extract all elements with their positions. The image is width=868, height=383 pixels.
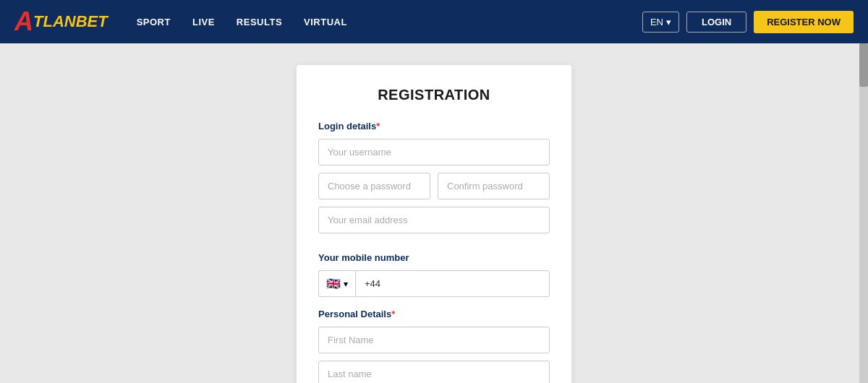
personal-details-label: Personal Details* <box>318 309 550 319</box>
scrollbar-thumb[interactable] <box>859 43 868 87</box>
scrollbar[interactable] <box>859 43 868 383</box>
registration-card: REGISTRATION Login details* Your mobile … <box>297 65 571 383</box>
mobile-input[interactable] <box>355 270 550 297</box>
language-label: EN <box>650 17 663 27</box>
registration-title: REGISTRATION <box>318 87 550 103</box>
language-selector[interactable]: EN ▾ <box>642 12 679 33</box>
first-name-input[interactable] <box>318 327 550 353</box>
logo-a: A <box>14 9 33 35</box>
logo[interactable]: A TLANBET <box>14 9 108 35</box>
personal-details-section: Personal Details* <box>318 309 550 383</box>
email-input[interactable] <box>318 207 550 233</box>
mobile-section: Your mobile number 🇬🇧 ▾ <box>318 252 550 297</box>
logo-tlanbet: TLANBET <box>33 14 108 30</box>
header: A TLANBET SPORT LIVE RESULTS VIRTUAL EN … <box>0 0 868 43</box>
username-input[interactable] <box>318 139 550 165</box>
nav-results[interactable]: RESULTS <box>237 17 282 27</box>
chevron-down-icon: ▾ <box>666 17 671 27</box>
country-code-dropdown[interactable]: 🇬🇧 ▾ <box>318 270 355 297</box>
mobile-row: 🇬🇧 ▾ <box>318 270 550 297</box>
required-marker: * <box>376 121 380 132</box>
nav-virtual[interactable]: VIRTUAL <box>304 17 347 27</box>
password-row <box>318 173 550 199</box>
nav-sport[interactable]: SPORT <box>137 17 171 27</box>
last-name-input[interactable] <box>318 361 550 383</box>
register-button[interactable]: REGISTER NOW <box>754 11 854 33</box>
confirm-password-input[interactable] <box>438 173 550 199</box>
required-marker-2: * <box>391 309 395 319</box>
mobile-label: Your mobile number <box>318 252 550 263</box>
password-input[interactable] <box>318 173 430 199</box>
main-content: REGISTRATION Login details* Your mobile … <box>0 43 868 383</box>
login-details-label: Login details* <box>318 121 550 132</box>
login-details-section: Login details* <box>318 121 550 241</box>
main-nav: SPORT LIVE RESULTS VIRTUAL <box>137 17 642 27</box>
login-button[interactable]: LOGIN <box>686 12 746 33</box>
nav-live[interactable]: LIVE <box>192 17 215 27</box>
flag-icon: 🇬🇧 <box>326 277 341 291</box>
chevron-down-icon: ▾ <box>344 279 348 289</box>
header-right: EN ▾ LOGIN REGISTER NOW <box>642 11 854 33</box>
